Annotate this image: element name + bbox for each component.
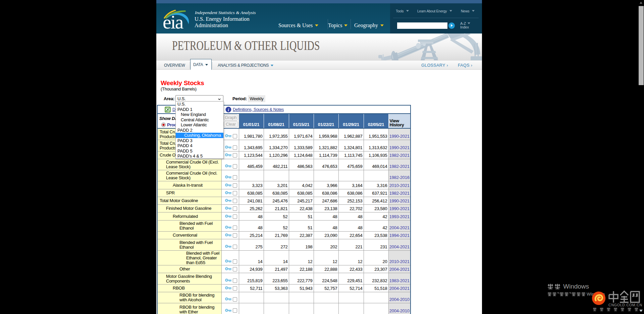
svg-text:eia: eia [163, 11, 183, 33]
